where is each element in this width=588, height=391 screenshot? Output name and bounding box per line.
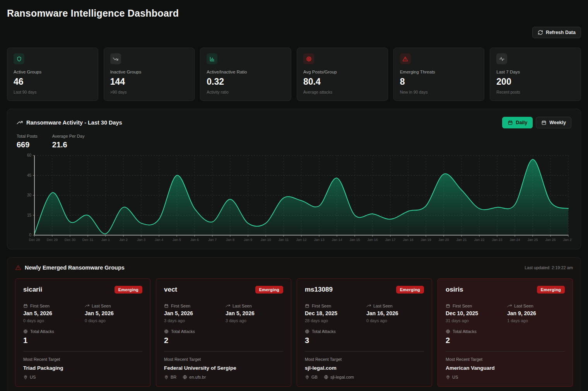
svg-text:Jan 10: Jan 10 (260, 238, 271, 242)
svg-text:Dec 29: Dec 29 (47, 238, 58, 242)
stats-row: Active Groups 46 Last 90 days Inactive G… (7, 48, 581, 101)
refresh-data-button[interactable]: Refresh Data (532, 27, 581, 38)
emerging-badge: Emerging (396, 286, 424, 294)
group-card: ms13089 Emerging First Seen Dec 18, 2025… (297, 278, 432, 387)
trending-up-icon (366, 304, 371, 308)
divider (446, 351, 565, 352)
first-seen-date: Dec 10, 2025 (446, 310, 503, 316)
domain-text: sjl-legal.com (330, 375, 354, 379)
group-card: sicarii Emerging First Seen Jan 5, 2026 … (15, 278, 150, 387)
map-pin-icon (446, 375, 450, 379)
total-posts-value: 669 (17, 140, 38, 149)
svg-text:Jan 16: Jan 16 (367, 238, 378, 242)
map-pin-icon (23, 375, 28, 379)
calendar-icon (23, 304, 28, 308)
group-name: osiris (446, 286, 463, 294)
activity-area-chart[interactable]: 015304560Dec 28Dec 29Dec 30Dec 31Jan 1Ja… (17, 152, 572, 244)
first-seen-date: Dec 18, 2025 (305, 310, 362, 316)
daily-toggle-button[interactable]: Daily (502, 117, 533, 128)
most-recent-target-label: Most Recent Target (305, 357, 424, 362)
most-recent-target-label: Most Recent Target (446, 357, 565, 362)
map-pin-icon (305, 375, 309, 379)
calendar-icon (446, 304, 450, 308)
total-attacks-label: Total Attacks (171, 329, 195, 334)
last-seen-block: Last Seen Jan 9, 2026 1 days ago (507, 304, 565, 323)
first-seen-block: First Seen Jan 5, 2026 3 days ago (164, 304, 222, 323)
stat-card: Avg Posts/Group 80.4 Average attacks (297, 48, 388, 101)
svg-text:Jan 19: Jan 19 (420, 238, 431, 242)
target-icon (305, 329, 309, 334)
svg-text:Jan 11: Jan 11 (279, 238, 289, 242)
svg-text:Jan 22: Jan 22 (474, 238, 484, 242)
domain-tag: sjl-legal.com (324, 375, 354, 379)
daily-label: Daily (516, 120, 527, 125)
last-seen-label: Last Seen (232, 304, 252, 308)
stat-value: 80.4 (303, 77, 381, 87)
divider (164, 351, 283, 352)
calendar-icon (164, 304, 169, 308)
stat-card: Active/Inactive Ratio 0.32 Activity rati… (200, 48, 291, 101)
svg-text:0: 0 (29, 233, 31, 237)
stat-label: Last 7 Days (496, 70, 574, 74)
svg-text:45: 45 (27, 173, 32, 178)
most-recent-target-label: Most Recent Target (23, 357, 142, 362)
country-tag: BR (164, 375, 176, 379)
calendar-icon (305, 304, 309, 308)
stat-card: Last 7 Days 200 Recent posts (490, 48, 581, 101)
last-seen-date: Jan 16, 2026 (366, 310, 424, 316)
activity-icon (499, 56, 505, 62)
last-seen-ago: 1 days ago (507, 318, 565, 323)
emerging-badge: Emerging (255, 286, 283, 294)
stat-card: Active Groups 46 Last 90 days (7, 48, 98, 101)
total-posts-label: Total Posts (17, 134, 38, 138)
globe-icon (183, 375, 187, 379)
svg-text:Jan 24: Jan 24 (509, 238, 520, 242)
last-seen-label: Last Seen (373, 304, 393, 308)
first-seen-ago: 0 days ago (23, 318, 81, 323)
svg-text:Jan 13: Jan 13 (314, 238, 324, 242)
stat-label: Active Groups (14, 70, 92, 74)
weekly-toggle-button[interactable]: Weekly (536, 117, 571, 128)
domain-text: en.ufs.br (189, 375, 206, 379)
trending-up-icon (507, 304, 512, 308)
svg-text:Jan 7: Jan 7 (208, 238, 217, 242)
alert-triangle-icon (402, 56, 408, 62)
last-seen-ago: 0 days ago (85, 318, 142, 323)
stat-sublabel: >90 days (110, 90, 188, 94)
first-seen-date: Jan 5, 2026 (23, 310, 81, 316)
svg-text:Jan 14: Jan 14 (332, 238, 342, 242)
total-attacks-label: Total Attacks (453, 329, 477, 334)
svg-text:Jan 6: Jan 6 (190, 238, 199, 242)
svg-text:Jan 4: Jan 4 (155, 238, 163, 242)
svg-text:Jan 9: Jan 9 (244, 238, 252, 242)
stat-sublabel: Activity ratio (207, 90, 285, 94)
svg-text:Jan 15: Jan 15 (349, 238, 360, 242)
page-title: Ransomware Intelligence Dashboard (7, 0, 581, 19)
group-name: sicarii (23, 286, 42, 294)
svg-text:Jan 8: Jan 8 (226, 238, 234, 242)
emerging-groups-grid: sicarii Emerging First Seen Jan 5, 2026 … (15, 278, 573, 387)
total-attacks-label: Total Attacks (312, 329, 336, 334)
total-attacks-value: 2 (446, 336, 565, 345)
bar-chart-icon (209, 56, 215, 62)
country-tag: GB (305, 375, 318, 379)
first-seen-label: First Seen (30, 304, 50, 308)
emerging-badge: Emerging (115, 286, 142, 294)
svg-text:Jan 17: Jan 17 (385, 238, 395, 242)
stat-card: Emerging Threats 8 New in 90 days (393, 48, 485, 101)
target-icon (446, 329, 450, 334)
target-icon-box (303, 53, 314, 64)
most-recent-target-name: Triad Packaging (23, 365, 142, 371)
range-toggle: Daily Weekly (502, 117, 571, 128)
svg-text:Dec 28: Dec 28 (29, 238, 40, 242)
first-seen-label: First Seen (312, 304, 331, 308)
group-name: ms13089 (305, 286, 333, 294)
total-attacks-value: 2 (164, 336, 283, 345)
stat-sublabel: New in 90 days (400, 90, 478, 94)
stat-value: 0.32 (207, 77, 285, 87)
svg-text:60: 60 (27, 153, 32, 157)
first-seen-ago: 31 days ago (446, 318, 503, 323)
country-code: US (30, 375, 36, 379)
most-recent-target-label: Most Recent Target (164, 357, 283, 362)
stat-label: Avg Posts/Group (303, 70, 381, 74)
